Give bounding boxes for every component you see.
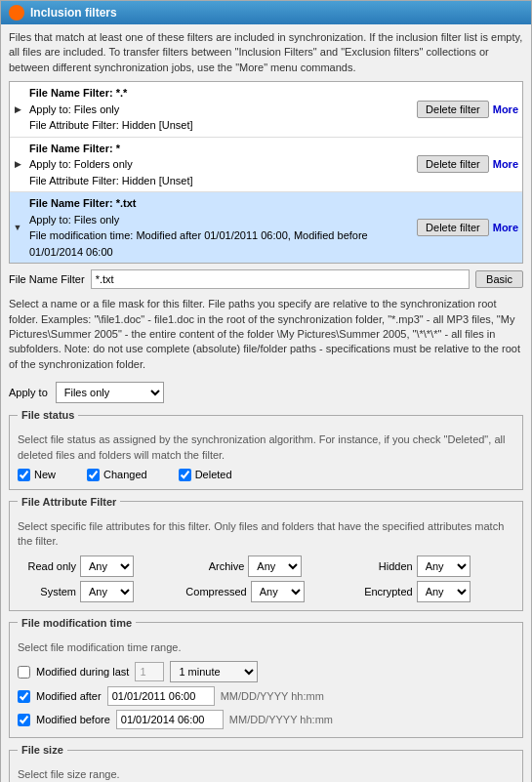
attr-encrypted-row: Encrypted AnySetUnset (354, 581, 514, 602)
attr-system-row: System AnySetUnset (18, 581, 178, 602)
file-size-title: File size (18, 744, 67, 756)
inclusion-filters-window: Inclusion filters Files that match at le… (0, 0, 532, 782)
filter-item-2[interactable]: ▶ File Name Filter: * Apply to: Folders … (10, 138, 522, 193)
main-description: Files that match at least one of these f… (9, 30, 523, 75)
filter-info-1: File Name Filter: *.* Apply to: Files on… (25, 82, 413, 137)
attribute-grid: Read only AnySetUnset Archive AnySetUnse… (18, 556, 514, 602)
attr-compressed-row: Compressed AnySetUnset (185, 581, 346, 602)
filter-2-actions: Delete filter More (413, 138, 522, 192)
attr-archive-label: Archive (185, 560, 244, 572)
filter-3-actions: Delete filter More (413, 192, 522, 263)
filter-1-attr: File Attribute Filter: Hidden [Unset] (29, 117, 409, 134)
filter-arrow-2[interactable]: ▶ (10, 138, 25, 192)
filter-3-apply: Apply to: Files only (29, 212, 409, 228)
apply-to-label: Apply to (9, 387, 48, 398)
status-new-checkbox[interactable] (18, 469, 30, 481)
filter-arrow-3[interactable]: ▼ (10, 192, 25, 263)
status-new-label: New (34, 469, 56, 480)
main-content: Files that match at least one of these f… (1, 24, 531, 782)
filter-list: ▶ File Name Filter: *.* Apply to: Files … (9, 81, 523, 264)
filter-3-name: File Name Filter: *.txt (29, 195, 409, 212)
filter-1-delete-button[interactable]: Delete filter (417, 101, 489, 118)
mod-before-label: Modified before (36, 714, 110, 725)
mod-during-row: Modified during last 1 minute 1 hour 1 d… (18, 661, 514, 682)
mod-after-checkbox[interactable] (18, 690, 30, 703)
title-bar: Inclusion filters (1, 1, 531, 24)
file-modification-desc: Select file modification time range. (18, 640, 514, 655)
filter-1-actions: Delete filter More (413, 82, 522, 137)
attr-readonly-select[interactable]: AnySetUnset (80, 556, 134, 577)
file-attribute-title: File Attribute Filter (18, 496, 120, 508)
attr-encrypted-label: Encrypted (354, 586, 413, 597)
apply-to-select[interactable]: Files only Folders only Files and folder… (56, 382, 164, 403)
basic-button[interactable]: Basic (475, 270, 523, 288)
attr-hidden-select[interactable]: AnySetUnset (417, 556, 471, 577)
file-size-section: File size Select file size range. Size a… (9, 744, 523, 782)
file-status-desc: Select file status as assigned by the sy… (18, 432, 514, 463)
attr-encrypted-select[interactable]: AnySetUnset (417, 581, 471, 602)
filter-2-apply: Apply to: Folders only (29, 156, 409, 173)
attr-compressed-label: Compressed (185, 586, 246, 597)
mod-after-row: Modified after MM/DD/YYYY hh:mm (18, 686, 514, 706)
mod-during-unit-select[interactable]: 1 minute 1 hour 1 day (170, 661, 258, 682)
mod-before-checkbox[interactable] (18, 714, 30, 726)
filter-name-edit-row: File Name Filter Basic (9, 269, 523, 289)
attr-archive-row: Archive AnySetUnset (185, 556, 346, 577)
filter-help-text: Select a name or a file mask for this fi… (9, 293, 523, 376)
file-size-body: Select file size range. Size at least by… (10, 763, 522, 782)
status-deleted-label: Deleted (195, 469, 232, 480)
file-status-checkboxes: New Changed Deleted (18, 469, 514, 481)
filter-1-apply: Apply to: Files only (29, 102, 409, 118)
mod-before-value-input[interactable] (116, 710, 224, 729)
filter-item-1[interactable]: ▶ File Name Filter: *.* Apply to: Files … (10, 82, 522, 138)
filter-name-input[interactable] (91, 269, 470, 289)
filter-2-delete-button[interactable]: Delete filter (417, 155, 489, 173)
mod-during-label: Modified during last (36, 666, 129, 678)
attr-archive-select[interactable]: AnySetUnset (248, 556, 302, 577)
file-status-body: Select file status as assigned by the sy… (10, 429, 522, 489)
file-size-desc: Select file size range. (18, 767, 514, 782)
mod-before-row: Modified before MM/DD/YYYY hh:mm (18, 710, 514, 729)
window-icon (9, 5, 24, 21)
mod-during-checkbox[interactable] (18, 666, 30, 679)
attr-system-select[interactable]: AnySetUnset (80, 581, 134, 602)
attr-compressed-select[interactable]: AnySetUnset (251, 581, 305, 602)
status-changed-checkbox[interactable] (87, 469, 100, 481)
mod-after-format: MM/DD/YYYY hh:mm (221, 690, 324, 702)
file-status-title: File status (18, 409, 78, 421)
mod-before-format: MM/DD/YYYY hh:mm (229, 714, 333, 725)
attr-readonly-row: Read only AnySetUnset (18, 556, 178, 577)
status-deleted-checkbox[interactable] (179, 469, 191, 481)
filter-arrow-1[interactable]: ▶ (10, 82, 25, 137)
filter-1-name: File Name Filter: *.* (29, 85, 409, 102)
filter-1-more-link[interactable]: More (493, 103, 518, 115)
filter-item-3[interactable]: ▼ File Name Filter: *.txt Apply to: File… (10, 192, 522, 263)
file-attribute-section: File Attribute Filter Select specific fi… (9, 496, 523, 611)
mod-after-value-input[interactable] (107, 686, 215, 706)
status-deleted-item: Deleted (179, 469, 232, 481)
filter-2-more-link[interactable]: More (493, 158, 518, 170)
apply-to-row: Apply to Files only Folders only Files a… (9, 382, 523, 403)
file-attribute-body: Select specific file attributes for this… (10, 515, 522, 610)
attr-hidden-row: Hidden AnySetUnset (354, 556, 514, 577)
filter-2-name: File Name Filter: * (29, 141, 409, 157)
mod-after-label: Modified after (36, 690, 102, 702)
file-modification-section: File modification time Select file modif… (9, 617, 523, 738)
filter-3-mod: File modification time: Modified after 0… (29, 227, 409, 260)
status-changed-label: Changed (103, 469, 147, 480)
status-changed-item: Changed (87, 469, 147, 481)
attr-readonly-label: Read only (18, 560, 76, 572)
filter-name-edit-label: File Name Filter (9, 273, 85, 285)
filter-info-3: File Name Filter: *.txt Apply to: Files … (25, 192, 413, 263)
mod-during-num-input[interactable] (135, 662, 164, 681)
filter-3-more-link[interactable]: More (493, 222, 518, 233)
filter-3-delete-button[interactable]: Delete filter (417, 219, 489, 236)
file-modification-title: File modification time (18, 617, 136, 629)
status-new-item: New (18, 469, 56, 481)
filter-info-2: File Name Filter: * Apply to: Folders on… (25, 138, 413, 192)
attr-system-label: System (18, 586, 76, 597)
file-status-section: File status Select file status as assign… (9, 409, 523, 490)
filter-2-attr: File Attribute Filter: Hidden [Unset] (29, 173, 409, 189)
file-attribute-desc: Select specific file attributes for this… (18, 519, 514, 550)
window-title: Inclusion filters (30, 6, 117, 20)
